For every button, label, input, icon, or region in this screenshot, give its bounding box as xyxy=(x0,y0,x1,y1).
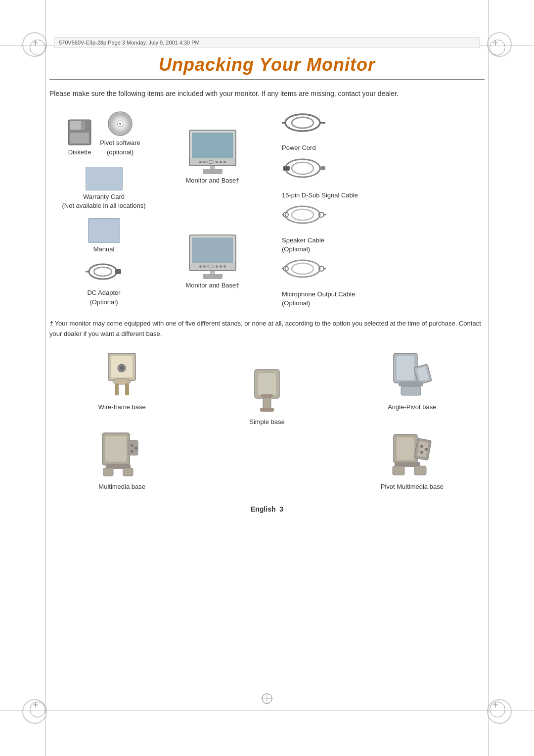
wire-frame-base-label: Wire-frame base xyxy=(98,403,146,411)
speaker-cable-item: Speaker Cable(Optional) xyxy=(282,203,485,254)
svg-point-9 xyxy=(94,267,112,276)
svg-rect-10 xyxy=(115,269,121,274)
mic-cable-label: Microphone Output Cable(Optional) xyxy=(282,290,355,308)
speaker-cable-label: Speaker Cable(Optional) xyxy=(282,236,324,254)
monitor-bottom-item: Monitor and Base† xyxy=(185,235,239,290)
svg-point-13 xyxy=(292,117,313,128)
svg-rect-52 xyxy=(401,386,421,395)
diskette-icon xyxy=(67,119,92,146)
wire-frame-base-icon xyxy=(95,351,149,400)
v-line-left xyxy=(45,0,46,756)
manual-icon xyxy=(88,218,120,243)
svg-rect-63 xyxy=(397,437,414,460)
svg-point-61 xyxy=(134,447,137,450)
page: 570V560V-E3p-28p Page 3 Monday, July 9, … xyxy=(0,0,534,756)
footnote-dagger: † xyxy=(49,320,53,327)
speaker-cable-icon xyxy=(282,203,326,230)
angle-pivot-base-label: Angle-Pivot base xyxy=(388,403,436,411)
cd-label: Pivot software(optional) xyxy=(100,139,140,156)
svg-point-17 xyxy=(292,162,313,174)
page-title: Unpacking Your Monitor xyxy=(49,54,485,80)
empty-base-cell xyxy=(194,430,339,490)
simple-base-icon xyxy=(240,366,294,415)
main-content: Unpacking Your Monitor Please make sure … xyxy=(49,54,485,513)
footnote-text: † Your monitor may come equipped with on… xyxy=(49,319,485,339)
svg-point-23 xyxy=(292,209,313,220)
svg-rect-54 xyxy=(105,436,127,462)
manual-item: Manual xyxy=(88,218,120,254)
svg-point-71 xyxy=(425,448,428,451)
pivot-multimedia-base-icon xyxy=(385,430,439,480)
simple-base-cell: Simple base xyxy=(194,366,339,425)
svg-rect-67 xyxy=(393,466,404,475)
wire-frame-base-cell: Wire-frame base xyxy=(49,351,194,425)
items-grid: Diskette xyxy=(49,111,485,310)
svg-point-60 xyxy=(131,450,134,453)
monitor-top-icon xyxy=(188,130,237,174)
middle-column: Monitor and Base† xyxy=(158,111,267,310)
intro-text: Please make sure the following items are… xyxy=(49,88,485,99)
header-strip-text: 570V560V-E3p-28p Page 3 Monday, July 9, … xyxy=(59,40,200,46)
svg-rect-37 xyxy=(115,383,119,395)
bases-section: Wire-frame base Si xyxy=(49,351,485,490)
svg-rect-43 xyxy=(258,373,276,395)
bases-row-2: Multimedia base xyxy=(49,430,485,490)
diskette-item: Diskette xyxy=(67,119,92,157)
header-strip: 570V560V-E3p-28p Page 3 Monday, July 9, … xyxy=(54,37,480,48)
svg-rect-38 xyxy=(125,383,129,395)
power-cord-item: Power Cord xyxy=(282,112,485,152)
reg-mark-tr xyxy=(490,40,504,54)
signal-cable-item: 15-pin D-Sub Signal Cable xyxy=(282,156,485,200)
power-cord-icon xyxy=(282,112,326,138)
monitor-bottom-icon xyxy=(188,235,237,279)
page-footer: English 3 xyxy=(49,505,485,513)
pivot-multimedia-base-cell: Pivot Multimedia base xyxy=(340,430,485,490)
warranty-label: Warranty Card(Not available in all locat… xyxy=(62,192,145,210)
svg-point-41 xyxy=(120,366,124,370)
pivot-multimedia-base-label: Pivot Multimedia base xyxy=(381,483,444,490)
cd-icon xyxy=(107,111,133,137)
mic-cable-icon xyxy=(282,257,326,284)
footer-text: English 3 xyxy=(251,505,283,513)
svg-rect-44 xyxy=(261,394,273,397)
reg-mark-bottom-center xyxy=(261,693,273,707)
power-cord-label: Power Cord xyxy=(282,143,316,152)
cd-item: Pivot software(optional) xyxy=(100,111,140,156)
svg-point-59 xyxy=(131,444,134,447)
monitor-top-label: Monitor and Base† xyxy=(185,176,239,185)
svg-point-8 xyxy=(89,264,117,279)
svg-point-29 xyxy=(292,263,313,274)
multimedia-base-icon xyxy=(95,430,149,480)
right-column: Power Cord 15-pin D-Sub xyxy=(267,111,485,310)
svg-rect-58 xyxy=(123,468,133,476)
svg-point-7 xyxy=(119,123,121,125)
reg-mark-br xyxy=(490,702,504,716)
dc-adapter-label: DC Adapter(Optional) xyxy=(87,288,120,306)
svg-point-69 xyxy=(420,445,423,448)
svg-rect-21 xyxy=(320,166,325,170)
dc-adapter-item: DC Adapter(Optional) xyxy=(86,262,123,306)
angle-pivot-base-cell: Angle-Pivot base xyxy=(340,351,485,425)
svg-point-39 xyxy=(113,378,131,384)
manual-label: Manual xyxy=(93,245,115,254)
simple-base-label: Simple base xyxy=(249,418,285,425)
svg-rect-19 xyxy=(284,167,289,170)
svg-rect-46 xyxy=(260,408,274,412)
diskette-label: Diskette xyxy=(68,148,91,157)
svg-rect-57 xyxy=(103,468,113,476)
monitor-top-item: Monitor and Base† xyxy=(185,130,239,185)
svg-rect-48 xyxy=(397,356,414,380)
multimedia-base-label: Multimedia base xyxy=(98,483,145,490)
svg-point-70 xyxy=(420,451,423,454)
svg-rect-45 xyxy=(263,397,271,408)
multimedia-base-cell: Multimedia base xyxy=(49,430,194,490)
h-line-bottom xyxy=(0,710,534,710)
bases-row-1: Wire-frame base Si xyxy=(49,351,485,425)
mic-cable-item: Microphone Output Cable(Optional) xyxy=(282,257,485,308)
svg-rect-3 xyxy=(70,133,89,143)
footer-label: English 3 xyxy=(251,505,283,513)
svg-rect-51 xyxy=(399,381,423,386)
angle-pivot-base-icon xyxy=(385,351,439,400)
v-line-right xyxy=(488,0,489,756)
footnote-section: † Your monitor may come equipped with on… xyxy=(49,319,485,339)
